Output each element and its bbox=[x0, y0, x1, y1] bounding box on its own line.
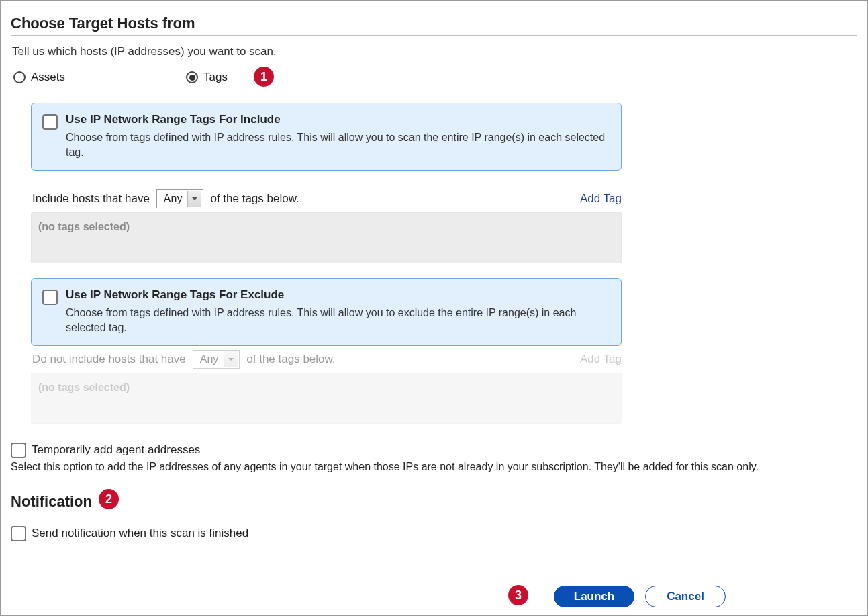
exclude-filter-left: Do not include hosts that have Any of th… bbox=[32, 350, 336, 369]
include-add-tag-link[interactable]: Add Tag bbox=[580, 192, 622, 206]
radio-assets[interactable]: Assets bbox=[13, 71, 65, 84]
exclude-no-tags-placeholder: (no tags selected) bbox=[31, 373, 622, 424]
exclude-filter-post: of the tags below. bbox=[246, 353, 335, 366]
include-desc: Choose from tags defined with IP address… bbox=[66, 130, 609, 159]
include-title: Use IP Network Range Tags For Include bbox=[66, 113, 609, 126]
dialog-footer: 3 Launch Cancel bbox=[1, 578, 867, 615]
temp-agent-label: Temporarily add agent addresses bbox=[32, 443, 200, 457]
exclude-title: Use IP Network Range Tags For Exclude bbox=[66, 288, 609, 302]
include-filter-pre: Include hosts that have bbox=[32, 192, 150, 206]
include-no-tags-placeholder: (no tags selected) bbox=[31, 212, 622, 263]
callout-1: 1 bbox=[254, 67, 274, 87]
exclude-filter-row: Do not include hosts that have Any of th… bbox=[32, 350, 622, 369]
temp-agent-checkbox[interactable] bbox=[11, 443, 26, 458]
dialog-content: Choose Target Hosts from Tell us which h… bbox=[1, 1, 867, 541]
temp-agent-desc: Select this option to add the IP address… bbox=[11, 461, 857, 473]
exclude-add-tag-link: Add Tag bbox=[580, 353, 622, 366]
section-title-notification: Notification 2 bbox=[11, 492, 857, 515]
radio-assets-label: Assets bbox=[31, 71, 65, 84]
include-match-select[interactable]: Any bbox=[156, 189, 204, 208]
chevron-down-icon bbox=[187, 191, 201, 207]
exclude-filter-pre: Do not include hosts that have bbox=[32, 353, 186, 366]
exclude-text: Use IP Network Range Tags For Exclude Ch… bbox=[66, 288, 609, 335]
exclude-ip-range-tags-panel: Use IP Network Range Tags For Exclude Ch… bbox=[31, 278, 622, 346]
callout-3: 3 bbox=[508, 585, 528, 605]
include-filter-left: Include hosts that have Any of the tags … bbox=[32, 189, 299, 208]
include-match-select-value: Any bbox=[164, 193, 183, 205]
section-subtitle: Tell us which hosts (IP addresses) you w… bbox=[12, 45, 857, 58]
exclude-ip-range-checkbox[interactable] bbox=[42, 290, 58, 305]
chevron-down-icon bbox=[224, 351, 238, 367]
radio-tags-indicator bbox=[186, 71, 198, 83]
temp-agent-addresses-row: Temporarily add agent addresses bbox=[11, 441, 857, 458]
notify-checkbox[interactable] bbox=[11, 526, 26, 541]
include-filter-post: of the tags below. bbox=[210, 192, 299, 206]
launch-button[interactable]: Launch bbox=[554, 586, 634, 607]
notify-row: Send notification when this scan is fini… bbox=[11, 525, 857, 541]
include-ip-range-checkbox[interactable] bbox=[42, 114, 58, 130]
radio-assets-indicator bbox=[13, 71, 26, 83]
section-title-notification-text: Notification bbox=[11, 493, 92, 511]
include-filter-row: Include hosts that have Any of the tags … bbox=[32, 189, 622, 208]
dialog: Choose Target Hosts from Tell us which h… bbox=[0, 0, 868, 616]
radio-tags-label: Tags bbox=[203, 71, 228, 84]
include-ip-range-tags-panel: Use IP Network Range Tags For Include Ch… bbox=[31, 103, 622, 171]
exclude-match-select-value: Any bbox=[200, 353, 219, 365]
exclude-match-select: Any bbox=[193, 350, 240, 369]
callout-2: 2 bbox=[99, 489, 119, 509]
notify-label: Send notification when this scan is fini… bbox=[32, 527, 248, 540]
section-title-target-hosts: Choose Target Hosts from bbox=[11, 15, 857, 36]
section-title-text: Choose Target Hosts from bbox=[11, 15, 195, 32]
exclude-desc: Choose from tags defined with IP address… bbox=[66, 306, 609, 335]
host-source-radio-group: Assets Tags 1 bbox=[13, 71, 856, 84]
tag-configuration-area: Use IP Network Range Tags For Include Ch… bbox=[31, 103, 622, 424]
include-text: Use IP Network Range Tags For Include Ch… bbox=[66, 113, 609, 159]
cancel-button[interactable]: Cancel bbox=[645, 586, 726, 607]
radio-tags[interactable]: Tags bbox=[186, 71, 228, 84]
